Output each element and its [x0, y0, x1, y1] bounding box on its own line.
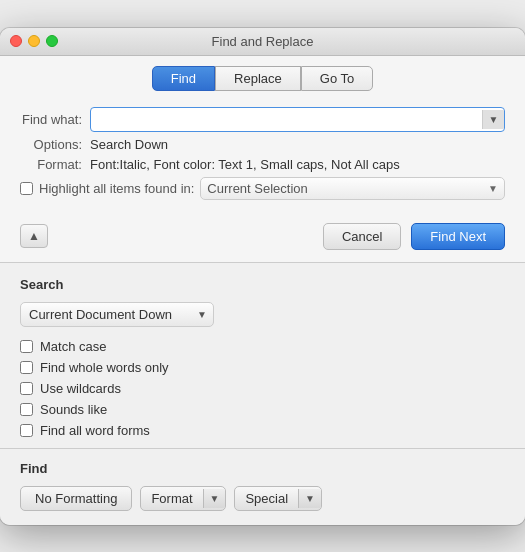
tab-goto[interactable]: Go To — [301, 66, 373, 91]
whole-words-checkbox[interactable] — [20, 361, 33, 374]
format-dropdown: Format ▼ — [140, 486, 226, 511]
search-checkbox-list: Match case Find whole words only Use wil… — [20, 339, 505, 438]
format-row: Format: Font:Italic, Font color: Text 1,… — [20, 157, 505, 172]
whole-words-label[interactable]: Find whole words only — [40, 360, 169, 375]
toolbar: Find Replace Go To — [0, 56, 525, 99]
no-formatting-button[interactable]: No Formatting — [20, 486, 132, 511]
highlight-checkbox-area: Highlight all items found in: — [20, 181, 194, 196]
search-dropdown-arrow-icon: ▼ — [191, 305, 213, 324]
word-forms-checkbox[interactable] — [20, 424, 33, 437]
search-section: Search Current Document Down Current Doc… — [0, 263, 525, 448]
find-section: Find No Formatting Format ▼ Special ▼ — [0, 448, 525, 525]
titlebar: Find and Replace — [0, 28, 525, 56]
cancel-button[interactable]: Cancel — [323, 223, 401, 250]
titlebar-buttons — [10, 35, 58, 47]
tab-find[interactable]: Find — [152, 66, 215, 91]
special-dropdown-arrow-icon[interactable]: ▼ — [298, 489, 321, 508]
options-label: Options: — [20, 137, 90, 152]
format-label: Format: — [20, 157, 90, 172]
maximize-button[interactable] — [46, 35, 58, 47]
find-input-wrapper: ▼ — [90, 107, 505, 132]
checkbox-word-forms: Find all word forms — [20, 423, 505, 438]
highlight-select-wrapper: Current Selection Main Document ▼ — [200, 177, 505, 200]
action-row: ▲ Cancel Find Next — [0, 215, 525, 262]
checkbox-sounds-like: Sounds like — [20, 402, 505, 417]
checkbox-whole-words: Find whole words only — [20, 360, 505, 375]
checkbox-match-case: Match case — [20, 339, 505, 354]
format-dropdown-arrow-icon[interactable]: ▼ — [203, 489, 226, 508]
options-value: Search Down — [90, 137, 168, 152]
action-buttons: Cancel Find Next — [323, 223, 505, 250]
find-section-title: Find — [20, 461, 505, 476]
match-case-checkbox[interactable] — [20, 340, 33, 353]
collapse-button[interactable]: ▲ — [20, 224, 48, 248]
find-what-label: Find what: — [20, 112, 90, 127]
special-dropdown-label[interactable]: Special — [235, 487, 298, 510]
checkbox-wildcards: Use wildcards — [20, 381, 505, 396]
highlight-select-arrow-icon: ▼ — [482, 180, 504, 197]
tab-replace[interactable]: Replace — [215, 66, 301, 91]
find-what-row: Find what: ▼ — [20, 107, 505, 132]
collapse-icon: ▲ — [28, 229, 40, 243]
find-dropdown-arrow[interactable]: ▼ — [482, 110, 504, 129]
wildcards-label[interactable]: Use wildcards — [40, 381, 121, 396]
highlight-checkbox[interactable] — [20, 182, 33, 195]
match-case-label[interactable]: Match case — [40, 339, 106, 354]
find-input[interactable] — [91, 108, 482, 131]
sounds-like-label[interactable]: Sounds like — [40, 402, 107, 417]
minimize-button[interactable] — [28, 35, 40, 47]
find-next-button[interactable]: Find Next — [411, 223, 505, 250]
form-area: Find what: ▼ Options: Search Down Format… — [0, 99, 525, 215]
find-replace-dialog: Find and Replace Find Replace Go To Find… — [0, 28, 525, 525]
format-dropdown-label[interactable]: Format — [141, 487, 202, 510]
close-button[interactable] — [10, 35, 22, 47]
search-section-title: Search — [20, 277, 505, 292]
highlight-label: Highlight all items found in: — [39, 181, 194, 196]
highlight-row: Highlight all items found in: Current Se… — [20, 177, 505, 200]
highlight-select[interactable]: Current Selection Main Document — [201, 178, 482, 199]
search-dropdown-wrapper: Current Document Down Current Document U… — [20, 302, 214, 327]
search-dropdown[interactable]: Current Document Down Current Document U… — [21, 303, 191, 326]
wildcards-checkbox[interactable] — [20, 382, 33, 395]
sounds-like-checkbox[interactable] — [20, 403, 33, 416]
special-dropdown: Special ▼ — [234, 486, 322, 511]
format-value: Font:Italic, Font color: Text 1, Small c… — [90, 157, 400, 172]
window-title: Find and Replace — [212, 34, 314, 49]
word-forms-label[interactable]: Find all word forms — [40, 423, 150, 438]
find-buttons: No Formatting Format ▼ Special ▼ — [20, 486, 505, 511]
options-row: Options: Search Down — [20, 137, 505, 152]
